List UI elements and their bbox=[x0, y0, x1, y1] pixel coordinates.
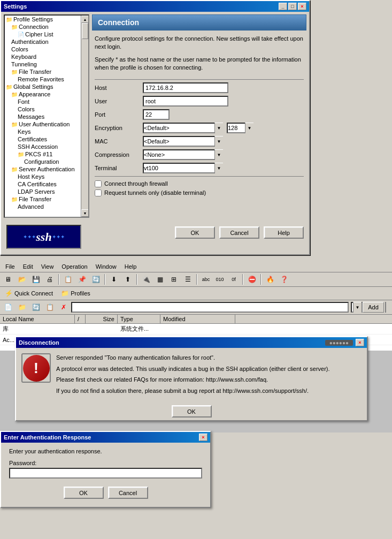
tree-item-remote-favorites[interactable]: Remote Favorites bbox=[5, 75, 81, 83]
help-btn[interactable]: ❓ bbox=[278, 274, 290, 285]
refresh-btn[interactable]: 🔄 bbox=[89, 274, 102, 285]
user-input[interactable] bbox=[143, 96, 228, 107]
scroll-down-btn[interactable]: ▼ bbox=[81, 209, 89, 217]
col-modified[interactable]: Modified bbox=[160, 315, 235, 323]
auth-ok-button[interactable]: OK bbox=[64, 487, 104, 499]
folder-icon: 📁 bbox=[11, 122, 18, 127]
tree-item-connection[interactable]: 📁 Connection bbox=[5, 23, 81, 31]
tree-item-ssh-accession[interactable]: SSH Accession bbox=[5, 143, 81, 150]
ft-btn4[interactable]: 📋 bbox=[43, 301, 56, 313]
compression-select[interactable]: <None> bbox=[143, 149, 223, 160]
firewall-checkbox[interactable] bbox=[95, 180, 102, 187]
tree-item-keys[interactable]: Keys bbox=[5, 128, 81, 135]
file-row[interactable]: 库 系统文件... bbox=[0, 324, 392, 335]
menu-operation[interactable]: Operation bbox=[59, 262, 90, 271]
terminal-select[interactable]: vt100 bbox=[143, 163, 223, 173]
tree-item-configuration[interactable]: Configuration bbox=[5, 158, 81, 165]
grid1-btn[interactable]: ▦ bbox=[153, 274, 166, 285]
menu-file[interactable]: File bbox=[3, 262, 18, 271]
print-btn[interactable]: 🖨 bbox=[43, 274, 56, 285]
tree-item-certificates[interactable]: Certificates bbox=[5, 135, 81, 143]
paste-btn[interactable]: 📌 bbox=[75, 274, 88, 285]
port-input[interactable] bbox=[143, 109, 170, 120]
tree-item-server-auth[interactable]: 📁 Server Authentication bbox=[5, 165, 81, 173]
tree-item-user-auth[interactable]: 📁 User Authentication bbox=[5, 120, 81, 128]
scroll-up-btn[interactable]: ▲ bbox=[81, 16, 89, 23]
path-dropdown[interactable] bbox=[351, 302, 363, 313]
tree-panel[interactable]: 📁 Profile Settings 📁 Connection 📄 Cipher… bbox=[4, 14, 89, 218]
tree-item-colors2[interactable]: Colors bbox=[5, 105, 81, 113]
scroll-thumb[interactable] bbox=[82, 23, 88, 39]
ft-btn1[interactable]: 📄 bbox=[2, 301, 14, 313]
tree-item-messages[interactable]: Messages bbox=[5, 113, 81, 120]
auth-buttons: OK Cancel bbox=[9, 484, 202, 502]
mac-select[interactable]: <Default> bbox=[143, 136, 223, 147]
hex-btn[interactable]: 0f bbox=[227, 274, 240, 285]
ft-btn3[interactable]: 🔄 bbox=[29, 301, 42, 313]
copy-btn[interactable]: 📋 bbox=[62, 274, 74, 285]
tree-item-advanced[interactable]: Advanced bbox=[5, 203, 81, 210]
auth-password-input[interactable] bbox=[9, 468, 202, 479]
tunnels-checkbox[interactable] bbox=[95, 189, 102, 196]
cancel-button[interactable]: Cancel bbox=[219, 226, 259, 239]
disc-ok-button[interactable]: OK bbox=[172, 405, 212, 417]
auth-close-button[interactable]: × bbox=[199, 434, 207, 441]
connect-btn[interactable]: 🔌 bbox=[140, 274, 152, 285]
open-btn[interactable]: 📂 bbox=[16, 274, 28, 285]
maximize-button[interactable]: □ bbox=[288, 3, 297, 10]
tree-item-ldap[interactable]: LDAP Servers bbox=[5, 188, 81, 195]
quick-connect-button[interactable]: ⚡ Quick Connect bbox=[2, 288, 56, 299]
tree-item-file-transfer2[interactable]: 📁 File Transfer bbox=[5, 195, 81, 203]
tree-item-keyboard[interactable]: Keyboard bbox=[5, 53, 81, 60]
ft-btn5[interactable]: ✗ bbox=[57, 301, 70, 313]
stop-btn[interactable]: ⛔ bbox=[245, 274, 258, 285]
col-type[interactable]: Type bbox=[118, 315, 160, 323]
down-btn[interactable]: ⬇ bbox=[107, 274, 120, 285]
new-btn[interactable]: 🖥 bbox=[2, 274, 14, 285]
menu-edit[interactable]: Edit bbox=[20, 262, 36, 271]
col-slash[interactable]: / bbox=[75, 315, 86, 323]
col-size[interactable]: Size bbox=[86, 315, 118, 323]
list-btn[interactable]: ☰ bbox=[181, 274, 194, 285]
disc-close-button[interactable]: × bbox=[356, 339, 364, 346]
add-button[interactable]: Add bbox=[363, 302, 384, 313]
tree-item-appearance[interactable]: 📁 Appearance bbox=[5, 90, 81, 98]
tree-item-font[interactable]: Font bbox=[5, 98, 81, 105]
auth-cancel-button[interactable]: Cancel bbox=[108, 487, 148, 499]
tree-item-pkcs11[interactable]: 📁 PKCS #11 bbox=[5, 150, 81, 158]
ft-btn2[interactable]: 📁 bbox=[16, 301, 28, 313]
path-input[interactable] bbox=[71, 302, 349, 313]
ok-button[interactable]: OK bbox=[175, 226, 215, 239]
tree-scrollbar[interactable]: ▲ ▼ bbox=[81, 16, 88, 217]
main-toolbar: 🖥 📂 💾 🖨 📋 📌 🔄 ⬇ ⬆ 🔌 ▦ ⊞ ☰ abc 010 0f ⛔ 🔥… bbox=[0, 272, 392, 287]
divider2 bbox=[95, 176, 304, 177]
bits-select[interactable]: 128 bbox=[227, 123, 253, 133]
path-dropdown-wrapper: ▼ bbox=[351, 302, 362, 313]
menu-window[interactable]: Window bbox=[93, 262, 119, 271]
settings-window: Settings _ □ × 📁 Profile Settings 📁 Conn… bbox=[0, 0, 310, 255]
col-local-name[interactable]: Local Name bbox=[0, 315, 75, 323]
tree-item-colors[interactable]: Colors bbox=[5, 45, 81, 53]
menu-help[interactable]: Help bbox=[122, 262, 140, 271]
up-btn[interactable]: ⬆ bbox=[121, 274, 134, 285]
tree-item-authentication[interactable]: Authentication bbox=[5, 38, 81, 45]
tree-item-tunneling[interactable]: Tunneling bbox=[5, 60, 81, 68]
menu-view[interactable]: View bbox=[39, 262, 57, 271]
tree-item-cipher-list[interactable]: 📄 Cipher List bbox=[5, 31, 81, 38]
profiles-button[interactable]: 📁 Profiles bbox=[58, 288, 94, 299]
close-button[interactable]: × bbox=[298, 3, 306, 10]
tree-item-host-keys[interactable]: Host Keys bbox=[5, 173, 81, 180]
num-btn[interactable]: 010 bbox=[213, 274, 226, 285]
host-input[interactable] bbox=[143, 82, 228, 93]
tree-item-ca-certs[interactable]: CA Certificates bbox=[5, 180, 81, 188]
tree-item-file-transfer[interactable]: 📁 File Transfer bbox=[5, 68, 81, 75]
minimize-button[interactable]: _ bbox=[279, 3, 287, 10]
encryption-select[interactable]: <Default> bbox=[143, 123, 223, 133]
fire-btn[interactable]: 🔥 bbox=[264, 274, 276, 285]
save-btn[interactable]: 💾 bbox=[29, 274, 42, 285]
abc-btn[interactable]: abc bbox=[199, 274, 212, 285]
tree-item-profile-settings[interactable]: 📁 Profile Settings bbox=[5, 16, 81, 23]
grid2-btn[interactable]: ⊞ bbox=[167, 274, 180, 285]
help-button[interactable]: Help bbox=[264, 226, 304, 239]
tree-item-global-settings[interactable]: 📁 Global Settings bbox=[5, 83, 81, 90]
